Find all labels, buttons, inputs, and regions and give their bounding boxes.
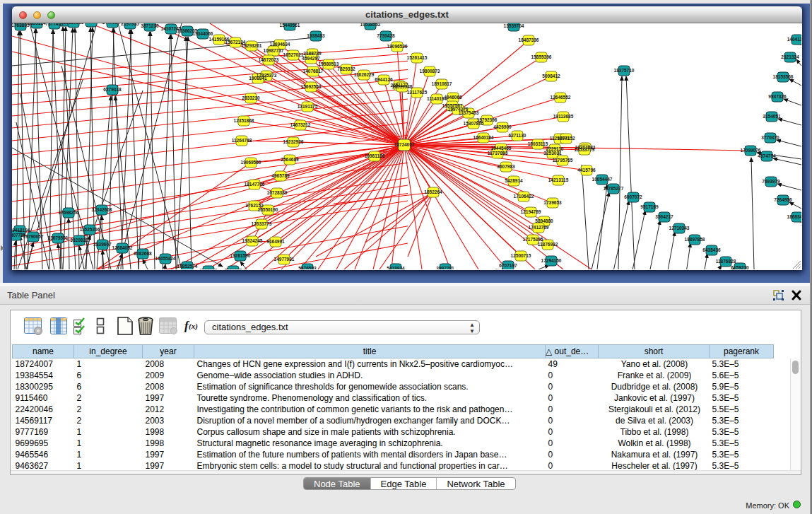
svg-text:19580513: 19580513: [319, 62, 339, 66]
svg-text:10538552: 10538552: [360, 23, 381, 27]
svg-text:1938483: 1938483: [307, 33, 325, 38]
svg-text:10981186: 10981186: [365, 153, 385, 158]
svg-text:10527021: 10527021: [283, 52, 304, 57]
svg-text:18487336: 18487336: [519, 37, 539, 42]
svg-text:1739653: 1739653: [543, 200, 562, 205]
svg-text:16640184: 16640184: [473, 135, 494, 140]
svg-text:19324245: 19324245: [242, 238, 263, 243]
svg-text:17852574: 17852574: [177, 264, 198, 269]
svg-text:17698256: 17698256: [59, 210, 79, 215]
svg-text:11795765: 11795765: [553, 158, 573, 163]
svg-text:19232926: 19232926: [283, 139, 304, 144]
svg-text:6159230: 6159230: [731, 265, 749, 269]
svg-text:12646552: 12646552: [551, 95, 571, 100]
svg-text:4946066: 4946066: [444, 95, 462, 100]
svg-text:12351868: 12351868: [234, 118, 254, 123]
svg-text:6438436: 6438436: [702, 247, 721, 252]
svg-text:11525206: 11525206: [80, 227, 100, 232]
svg-text:11375453: 11375453: [459, 110, 479, 115]
svg-text:9517169: 9517169: [640, 204, 659, 209]
svg-text:4594297: 4594297: [302, 56, 320, 61]
svg-text:11264748: 11264748: [232, 138, 252, 143]
svg-text:14673212: 14673212: [290, 122, 311, 127]
svg-text:15261415: 15261415: [407, 55, 428, 60]
svg-text:18147706: 18147706: [245, 182, 265, 187]
svg-text:11876828: 11876828: [716, 259, 736, 264]
svg-text:6944126: 6944126: [375, 77, 393, 82]
svg-text:17099076: 17099076: [741, 148, 761, 153]
svg-text:2839607: 2839607: [93, 242, 112, 247]
svg-text:19344066: 19344066: [193, 31, 213, 36]
svg-text:1768805: 1768805: [12, 23, 30, 28]
svg-text:19069560: 19069560: [241, 160, 261, 165]
svg-text:18375710: 18375710: [614, 68, 635, 73]
svg-text:15960453: 15960453: [81, 23, 102, 24]
svg-text:13533779: 13533779: [575, 147, 595, 152]
svg-text:10054447: 10054447: [592, 177, 613, 182]
svg-text:14672073: 14672073: [259, 57, 279, 62]
svg-text:19096526: 19096526: [387, 44, 408, 49]
svg-text:17106422: 17106422: [514, 194, 534, 199]
svg-text:19113685: 19113685: [553, 114, 574, 119]
svg-text:2921859: 2921859: [224, 268, 242, 269]
svg-text:3253031: 3253031: [543, 151, 562, 156]
svg-text:15692553: 15692553: [301, 84, 322, 89]
svg-text:15855396: 15855396: [531, 54, 552, 59]
svg-text:17175395: 17175395: [523, 237, 543, 242]
svg-text:13539704: 13539704: [504, 23, 524, 28]
svg-text:6707197: 6707197: [499, 263, 517, 268]
svg-text:19800873: 19800873: [420, 69, 440, 74]
svg-text:19790057: 19790057: [23, 234, 44, 239]
svg-text:1852264: 1852264: [424, 189, 442, 194]
svg-text:4426900: 4426900: [493, 124, 512, 129]
svg-text:7693979: 7693979: [762, 179, 780, 184]
svg-text:15307805: 15307805: [464, 121, 484, 126]
svg-text:2197935: 2197935: [121, 23, 139, 26]
svg-text:17412769: 17412769: [529, 225, 549, 230]
svg-text:12194789: 12194789: [521, 209, 541, 214]
svg-text:5855124: 5855124: [28, 23, 46, 25]
svg-text:7829332: 7829332: [337, 66, 355, 71]
svg-text:14977931: 14977931: [274, 257, 295, 262]
svg-text:12710343: 12710343: [669, 226, 690, 230]
svg-text:6007072: 6007072: [624, 194, 642, 199]
svg-text:11876932: 11876932: [538, 242, 558, 247]
svg-text:2321324: 2321324: [781, 54, 799, 59]
svg-text:12684052: 12684052: [112, 245, 133, 250]
svg-text:3320821: 3320821: [70, 238, 88, 243]
svg-text:8082668: 8082668: [134, 251, 152, 256]
svg-text:12342608: 12342608: [92, 207, 112, 212]
svg-text:18897858: 18897858: [685, 237, 705, 242]
svg-text:10987737: 10987737: [264, 48, 284, 53]
svg-text:11626229: 11626229: [354, 72, 375, 77]
svg-text:17294150: 17294150: [541, 258, 562, 263]
svg-text:16455324: 16455324: [155, 256, 176, 261]
svg-text:7264956: 7264956: [774, 197, 792, 202]
svg-text:4965789: 4965789: [271, 173, 290, 178]
svg-text:15440561: 15440561: [280, 23, 300, 28]
svg-text:17633773: 17633773: [252, 221, 272, 226]
svg-text:19445465: 19445465: [491, 146, 512, 151]
svg-text:18910817: 18910817: [432, 81, 452, 86]
svg-text:5476583: 5476583: [298, 266, 317, 269]
svg-text:3154051: 3154051: [763, 114, 781, 119]
svg-text:1908841: 1908841: [249, 76, 267, 81]
svg-text:13694634: 13694634: [270, 42, 290, 47]
svg-text:6271130: 6271130: [509, 133, 526, 138]
svg-text:14076817: 14076817: [303, 69, 324, 74]
svg-text:3564217: 3564217: [655, 214, 673, 219]
svg-text:16728339: 16728339: [267, 190, 288, 195]
svg-text:5098412: 5098412: [542, 74, 560, 78]
svg-text:18519948: 18519948: [392, 84, 413, 89]
svg-text:14041154: 14041154: [787, 37, 801, 42]
svg-text:2833230: 2833230: [242, 95, 260, 100]
svg-text:9164991: 9164991: [266, 239, 285, 244]
svg-text:4415796: 4415796: [577, 168, 596, 173]
svg-text:3607983: 3607983: [497, 164, 515, 169]
svg-text:5428914: 5428914: [505, 178, 523, 183]
svg-text:13117625: 13117625: [407, 90, 428, 95]
svg-text:5394880: 5394880: [535, 218, 553, 223]
svg-text:16550190: 16550190: [258, 207, 278, 212]
svg-text:2564689: 2564689: [281, 157, 299, 162]
svg-text:18683481: 18683481: [787, 214, 801, 219]
